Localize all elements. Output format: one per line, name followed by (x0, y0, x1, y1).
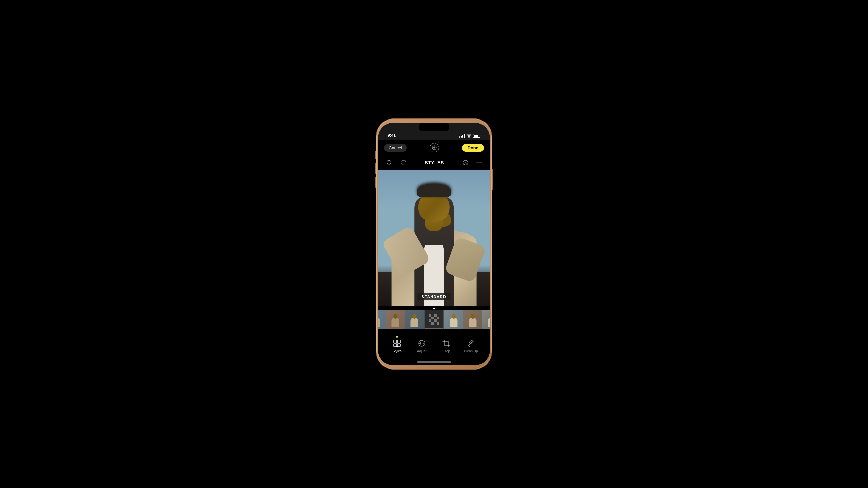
svg-point-4 (479, 162, 480, 163)
tool-crop[interactable]: Crop (436, 339, 456, 353)
wifi-icon (467, 134, 471, 138)
silent-button[interactable] (375, 151, 376, 159)
dynamic-island (419, 123, 449, 131)
auto-enhance-icon[interactable]: A (461, 158, 470, 167)
power-button[interactable] (492, 169, 493, 190)
phone-screen: 9:41 (378, 123, 490, 365)
style-label: STANDARD (417, 293, 451, 300)
film-thumb-2[interactable] (386, 310, 405, 329)
svg-rect-6 (394, 340, 397, 343)
nav-left: Cancel (384, 144, 407, 152)
svg-text:A: A (465, 161, 467, 165)
volume-up-button[interactable] (375, 163, 376, 174)
svg-rect-8 (394, 344, 397, 347)
status-icons (459, 134, 481, 138)
adjust-icon (417, 339, 427, 348)
cleanup-label: Clean Up (464, 349, 478, 353)
svg-point-5 (481, 162, 482, 163)
toolbar-left-icons (384, 158, 408, 167)
tool-adjust[interactable]: Adjust (412, 339, 432, 353)
signal-icon (459, 134, 465, 138)
svg-rect-11 (469, 340, 474, 344)
film-thumb-4[interactable] (444, 310, 463, 329)
edit-toolbar: STYLES A (378, 155, 490, 170)
svg-rect-7 (397, 340, 400, 343)
svg-point-3 (477, 162, 478, 163)
redo-icon[interactable] (398, 158, 408, 167)
filmstrip-container[interactable] (378, 306, 490, 333)
cleanup-icon (466, 339, 476, 348)
film-thumb-selected[interactable] (425, 310, 443, 329)
film-thumb-6[interactable] (482, 310, 490, 329)
nav-right: Done (462, 144, 484, 152)
volume-down-button[interactable] (375, 177, 376, 188)
standard-icon (429, 314, 439, 325)
status-time: 9:41 (388, 133, 396, 138)
filmstrip[interactable] (378, 309, 490, 329)
home-bar (417, 361, 451, 363)
main-photo: STANDARD (378, 170, 490, 306)
active-indicator (396, 336, 398, 338)
film-thumb-3[interactable] (405, 310, 424, 329)
image-area[interactable]: STANDARD (378, 170, 490, 306)
tool-styles[interactable]: Styles (387, 339, 407, 353)
styles-icon (392, 339, 402, 348)
film-thumb-5[interactable] (463, 310, 482, 329)
top-navigation: Cancel Done (378, 140, 490, 155)
toolbar-title: STYLES (425, 160, 444, 165)
adjust-label: Adjust (417, 349, 427, 353)
battery-icon (473, 134, 480, 138)
film-thumb-1[interactable] (378, 310, 386, 329)
crop-label: Crop (442, 349, 450, 353)
tool-cleanup[interactable]: Clean Up (461, 339, 481, 353)
film-group-right (444, 310, 490, 329)
more-options-icon[interactable] (474, 158, 484, 167)
film-group-left (378, 310, 424, 329)
crop-icon (441, 339, 451, 348)
nav-center (430, 143, 439, 152)
svg-rect-9 (397, 344, 400, 347)
svg-point-10 (419, 340, 425, 346)
toolbar-right-icons: A (461, 158, 484, 167)
home-indicator (378, 359, 490, 365)
scroll-indicator (433, 308, 435, 309)
styles-label: Styles (393, 349, 402, 353)
share-icon[interactable] (430, 143, 439, 152)
cancel-button[interactable]: Cancel (384, 144, 407, 152)
done-button[interactable]: Done (462, 144, 484, 152)
undo-icon[interactable] (384, 158, 394, 167)
bottom-toolbar: Styles Adjust (378, 333, 490, 359)
phone-container: 9:41 (376, 119, 492, 369)
